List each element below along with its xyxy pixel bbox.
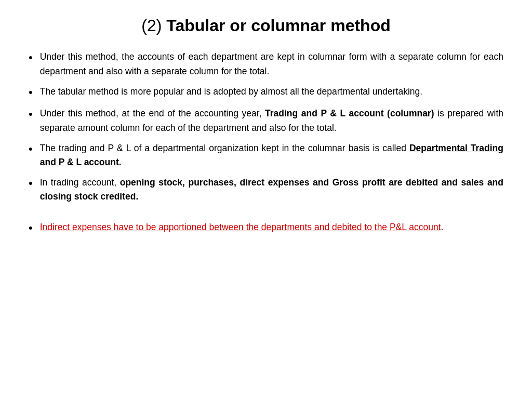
bullet-text-1: Under this method, the accounts of each … [40, 50, 503, 78]
bullet-list: • Under this method, the accounts of eac… [29, 50, 503, 243]
bullet-dot-6: • [29, 220, 33, 236]
bullet-text-6: Indirect expenses have to be apportioned… [40, 220, 503, 234]
bullet-text-2: The tabular method is more popular and i… [40, 85, 503, 99]
bullet-text-3: Under this method, at the end of the acc… [40, 107, 503, 135]
bullet-item-2: • The tabular method is more popular and… [29, 85, 503, 101]
bullet-item-5: • In trading account, opening stock, pur… [29, 176, 503, 204]
bullet-dot-5: • [29, 176, 33, 192]
slide: (2) Tabular or columnar method • Under t… [0, 0, 532, 399]
title-prefix: (2) [141, 16, 166, 35]
bullet-dot-2: • [29, 85, 33, 101]
bullet-dot-1: • [29, 50, 33, 66]
bullet-text-5: In trading account, opening stock, purch… [40, 176, 503, 204]
bullet-item-3: • Under this method, at the end of the a… [29, 107, 503, 135]
title-main: Tabular or columnar method [166, 16, 390, 35]
spacer [29, 210, 503, 220]
slide-title: (2) Tabular or columnar method [29, 16, 503, 35]
bullet-dot-3: • [29, 107, 33, 123]
bullet-dot-4: • [29, 141, 33, 157]
bullet-item-6: • Indirect expenses have to be apportion… [29, 220, 503, 236]
bullet-item-1: • Under this method, the accounts of eac… [29, 50, 503, 78]
bullet-text-4: The trading and P & L of a departmental … [40, 141, 503, 169]
bullet-item-4: • The trading and P & L of a departmenta… [29, 141, 503, 169]
red-text: Indirect expenses have to be apportioned… [40, 222, 441, 232]
